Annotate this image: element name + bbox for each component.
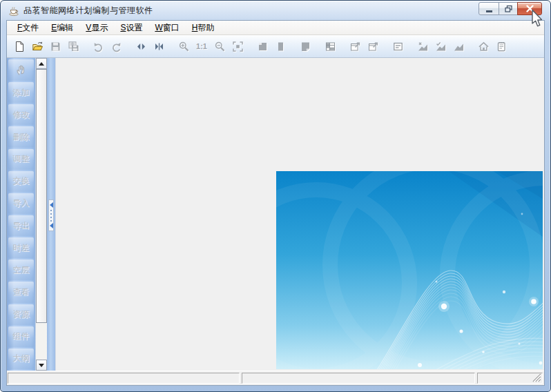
actual-size-label: 1:1 [196,42,207,50]
statusbar [7,371,544,385]
save-copy-icon[interactable] [65,38,81,55]
sidebar-item-empty-layer[interactable]: 空层 [8,259,34,280]
hand-glyph [15,64,28,77]
minimize-button[interactable] [478,2,499,15]
menu-view-label: 显示 [91,23,108,32]
sidebar-item-add[interactable]: 添加 [8,82,34,103]
close-icon [524,3,536,14]
status-panel-left [8,373,240,384]
status-panel-middle [242,373,475,384]
sidebar-item-outline[interactable]: 大纲 [8,349,34,369]
status-panel-right [477,373,543,384]
close-button[interactable] [517,2,542,15]
sidebar-item-view[interactable]: 查看 [8,282,34,302]
sidebar-item-swap[interactable]: 交换 [8,171,34,192]
menu-help-label: 帮助 [197,23,214,32]
blue-wave-wallpaper [276,171,543,369]
chart-icon[interactable] [450,38,467,55]
menu-edit-label: 编辑 [57,23,73,32]
menu-file-label: 文件 [22,23,39,32]
menubar: F文件 E编辑 V显示 S设置 W窗口 H帮助 [7,21,544,35]
open-icon[interactable] [29,38,46,55]
sidebar-item-component[interactable]: 组件 [8,326,34,347]
client-area: F文件 E编辑 V显示 S设置 W窗口 H帮助 [6,20,545,386]
split-collapse-icon[interactable] [151,38,167,55]
actual-size-icon[interactable]: 1:1 [193,38,210,55]
teacup-icon [8,6,19,17]
page-curl-icon[interactable] [297,38,313,55]
export-window-alt-icon[interactable] [365,38,381,55]
doc-lines-icon[interactable] [389,38,406,55]
scroll-up-button[interactable] [36,58,47,69]
menu-file[interactable]: F文件 [11,21,45,35]
sidebar-item-import[interactable]: 导入 [8,193,34,214]
splitter-dots [50,210,52,222]
splitter-collapse-handle[interactable] [48,199,54,231]
document-canvas[interactable] [55,58,544,371]
sidebar-item-adjust[interactable]: 调整 [8,149,34,170]
main-area: 添加 修改 删除 调整 交换 导入 导出 时差 空层 查看 资源 组件 大纲 [7,58,544,371]
split-expand-icon[interactable] [133,38,149,55]
app-window: 品茗智能网络计划编制与管理软件 F文件 E编 [0,0,551,392]
node-block-icon[interactable] [254,38,271,55]
menu-help[interactable]: H帮助 [186,21,221,35]
window-title: 品茗智能网络计划编制与管理软件 [23,5,153,17]
menu-settings[interactable]: S设置 [114,21,148,35]
sidebar-item-resource[interactable]: 资源 [8,304,34,325]
pane-splitter[interactable] [47,58,55,371]
toolbar: 1:1 [7,35,544,58]
scroll-down-button[interactable] [36,360,47,371]
scrollbar-thumb[interactable] [36,69,47,323]
save-icon[interactable] [47,38,64,55]
sidebar-item-export[interactable]: 导出 [8,215,34,236]
home-icon[interactable] [475,38,492,55]
menu-edit[interactable]: E编辑 [45,21,79,35]
resize-grip-icon[interactable] [532,373,541,382]
sidebar-item-float[interactable]: 时差 [8,237,34,258]
menu-window-mnemonic: W [155,23,162,32]
minimize-icon [483,3,495,14]
triangle-down-icon [39,364,44,367]
menu-window[interactable]: W窗口 [148,21,185,35]
sidebar-item-modify[interactable]: 修改 [8,104,34,125]
restore-button[interactable] [499,2,518,15]
collapse-left-icon-2 [50,223,53,228]
menu-view[interactable]: V显示 [79,21,114,35]
menu-settings-label: 设置 [126,23,142,32]
bar-block-icon[interactable] [272,38,289,55]
chart-check-icon[interactable] [432,38,449,55]
report-icon[interactable] [493,38,510,55]
menu-window-label: 窗口 [163,23,180,32]
pan-hand-icon[interactable] [8,59,34,81]
titlebar[interactable]: 品茗智能网络计划编制与管理软件 [1,1,550,20]
fit-view-icon[interactable] [229,38,246,55]
screenshot-root: 品茗智能网络计划编制与管理软件 F文件 E编 [0,0,551,392]
chart-x-icon[interactable] [414,38,431,55]
redo-icon[interactable] [108,38,124,55]
zoom-in-icon[interactable] [175,38,192,55]
scrollbar-track[interactable] [36,323,47,360]
zoom-out-icon[interactable] [211,38,228,55]
new-icon[interactable] [11,38,28,55]
grid-table-icon[interactable] [322,38,338,55]
undo-icon[interactable] [90,38,106,55]
caption-buttons [479,2,542,15]
restore-icon [503,3,514,14]
sidebar-item-delete[interactable]: 删除 [8,126,34,147]
sidebar-scrollbar[interactable] [35,58,47,371]
triangle-up-icon [39,62,44,66]
collapse-left-icon [50,202,53,208]
tool-sidebar: 添加 修改 删除 调整 交换 导入 导出 时差 空层 查看 资源 组件 大纲 [7,58,35,371]
export-window-icon[interactable] [347,38,363,55]
